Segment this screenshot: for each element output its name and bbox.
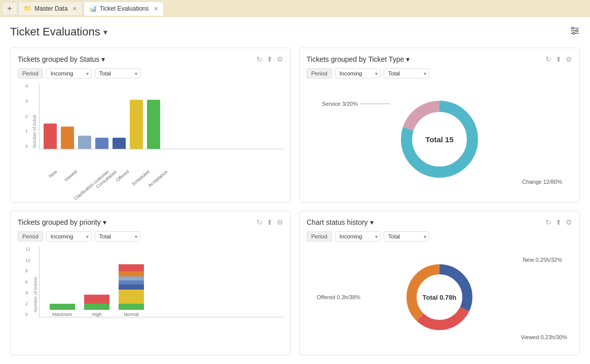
- widget-status-history: Chart status history ▾ ↻ ⬆ ⚙ Period Inco…: [299, 211, 580, 355]
- label-new-sh: New 0.25h/32%: [523, 257, 562, 263]
- tab-ticket-evaluations[interactable]: 📊 Ticket Evaluations ×: [84, 2, 164, 16]
- widget-status-header: Tickets grouped by Status ▾ ↻ ⬆ ⚙: [18, 55, 283, 63]
- filter-sh-incoming-select[interactable]: Incoming: [335, 231, 381, 241]
- dashboard-grid: Tickets grouped by Status ▾ ↻ ⬆ ⚙ Period…: [10, 48, 580, 355]
- widget-tt-filter[interactable]: ⚙: [566, 55, 572, 63]
- filter-tt-total-select[interactable]: Total: [384, 68, 429, 78]
- widget-ticket-type-actions: ↻ ⬆ ⚙: [545, 55, 572, 63]
- y-labels-status: 43210: [25, 84, 28, 149]
- svg-point-5: [573, 32, 575, 34]
- widget-priority-filters: Period Incoming Total: [18, 231, 283, 241]
- widget-status-history-title: Chart status history ▾: [307, 218, 374, 226]
- y-labels-priority: 121086420: [25, 247, 30, 317]
- filter-pr-incoming-select[interactable]: Incoming: [46, 231, 92, 241]
- filter-pr-period-label: Period: [18, 231, 43, 241]
- tab-ticket-evaluations-close[interactable]: ×: [154, 5, 158, 13]
- filter-tt-incoming-wrap[interactable]: Incoming: [335, 68, 381, 78]
- bar-scheduled: Scheduled: [130, 100, 143, 149]
- widget-sh-chevron[interactable]: ▾: [370, 218, 374, 226]
- widget-status-history-header: Chart status history ▾ ↻ ⬆ ⚙: [307, 218, 572, 226]
- bar-clarification: Clarification customer: [78, 136, 91, 149]
- page-title-chevron[interactable]: ▾: [103, 27, 107, 37]
- donut-status-history: Total 0.78h New 0.25h/32% Viewed 0.23h/3…: [307, 247, 572, 348]
- tab-master-data-label: Master Data: [34, 5, 67, 12]
- widget-priority: Tickets grouped by priority ▾ ↻ ⬆ ⚙ Peri…: [10, 211, 291, 355]
- y-axis-label-priority: Number of tickets: [33, 277, 38, 312]
- widget-status-actions: ↻ ⬆ ⚙: [256, 55, 283, 63]
- tab-ticket-evaluations-label: Ticket Evaluations: [100, 5, 149, 12]
- donut-center-sh: Total 0.78h: [423, 294, 457, 301]
- filter-total-wrap[interactable]: Total: [95, 68, 140, 78]
- tab-ticket-evaluations-icon: 📊: [89, 5, 97, 12]
- svg-point-3: [572, 27, 574, 29]
- filter-pr-total-wrap[interactable]: Total: [95, 231, 140, 241]
- filter-sh-period-label: Period: [307, 231, 332, 241]
- widget-priority-actions: ↻ ⬆ ⚙: [256, 218, 283, 226]
- donut-center-ticket-type: Total 15: [425, 135, 454, 144]
- bar-offered: Offered: [113, 138, 126, 149]
- y-axis-label-status: Number of ticket: [32, 115, 37, 148]
- widget-status-filters: Period Incoming Total: [18, 68, 283, 78]
- label-viewed-sh: Viewed 0.23h/30%: [521, 334, 567, 340]
- widget-pr-export[interactable]: ⬆: [267, 218, 273, 226]
- filter-pr-incoming-wrap[interactable]: Incoming: [46, 231, 92, 241]
- page-title: Ticket Evaluations ▾: [10, 25, 107, 38]
- filter-incoming-wrap[interactable]: Incoming: [46, 68, 92, 78]
- tab-master-data[interactable]: 📁 Master Data ×: [18, 2, 83, 16]
- filter-incoming-select[interactable]: Incoming: [46, 68, 92, 78]
- widget-ticket-type-header: Tickets grouped by Ticket Type ▾ ↻ ⬆ ⚙: [307, 55, 572, 63]
- widget-sh-filter[interactable]: ⚙: [566, 218, 572, 226]
- main-content: Ticket Evaluations ▾ Tickets grouped by …: [0, 17, 590, 364]
- tab-bar: + 📁 Master Data × 📊 Ticket Evaluations ×: [0, 0, 590, 17]
- widget-status-export[interactable]: ⬆: [267, 55, 273, 63]
- new-tab-button[interactable]: +: [2, 2, 17, 15]
- widget-ticket-type-chevron[interactable]: ▾: [406, 55, 410, 63]
- widget-status-filter[interactable]: ⚙: [277, 55, 283, 63]
- bar-new: New: [44, 124, 57, 149]
- widget-tt-filters: Period Incoming Total: [307, 68, 572, 78]
- tab-master-data-icon: 📁: [24, 5, 31, 12]
- widget-ticket-type-title: Tickets grouped by Ticket Type ▾: [307, 55, 410, 63]
- bar-consultation: Consultation: [95, 138, 108, 149]
- widget-status-title: Tickets grouped by Status ▾: [18, 55, 105, 63]
- widget-status: Tickets grouped by Status ▾ ↻ ⬆ ⚙ Period…: [10, 48, 291, 203]
- widget-priority-header: Tickets grouped by priority ▾ ↻ ⬆ ⚙: [18, 218, 283, 226]
- widget-sh-refresh[interactable]: ↻: [545, 218, 551, 226]
- widget-pr-refresh[interactable]: ↻: [256, 218, 263, 226]
- widget-status-refresh[interactable]: ↻: [256, 55, 263, 63]
- filter-sh-incoming-wrap[interactable]: Incoming: [335, 231, 381, 241]
- filter-pr-total-select[interactable]: Total: [95, 231, 140, 241]
- tab-master-data-close[interactable]: ×: [72, 5, 77, 13]
- widget-priority-chevron[interactable]: ▾: [103, 218, 106, 226]
- filter-sh-total-wrap[interactable]: Total: [384, 231, 429, 241]
- widget-pr-filter[interactable]: ⚙: [277, 218, 283, 226]
- bar-acceptance: Acceptance: [147, 100, 160, 149]
- widget-status-chevron[interactable]: ▾: [101, 55, 105, 63]
- widget-sh-actions: ↻ ⬆ ⚙: [545, 218, 572, 226]
- priority-group-normal: Normal: [119, 264, 144, 317]
- filter-tt-period-label: Period: [307, 68, 332, 78]
- svg-point-4: [576, 29, 578, 31]
- page-header: Ticket Evaluations ▾: [10, 25, 580, 38]
- bar-viewed: Viewed: [61, 127, 74, 149]
- widget-ticket-type: Tickets grouped by Ticket Type ▾ ↻ ⬆ ⚙ P…: [299, 48, 580, 203]
- widget-sh-filters: Period Incoming Total: [307, 231, 572, 241]
- widget-tt-refresh[interactable]: ↻: [545, 55, 551, 63]
- widget-sh-export[interactable]: ⬆: [556, 218, 562, 226]
- label-service: Service 3/20%: [322, 99, 390, 109]
- page-settings-icon[interactable]: [570, 26, 580, 38]
- status-bar-chart: 43210 New Viewed Clarification customer: [39, 84, 283, 149]
- priority-group-high: High: [84, 295, 109, 317]
- priority-bar-chart: 121086420 Maximum: [39, 247, 283, 317]
- donut-ticket-type: Total 15 Service 3/20% Change 12/80%: [307, 84, 572, 195]
- widget-priority-title: Tickets grouped by priority ▾: [18, 218, 106, 226]
- widget-tt-export[interactable]: ⬆: [556, 55, 562, 63]
- filter-tt-incoming-select[interactable]: Incoming: [335, 68, 381, 78]
- filter-period-label: Period: [18, 68, 43, 78]
- priority-group-maximum: Maximum: [50, 304, 75, 317]
- label-offered-sh: Offered 0.3h/38%: [317, 294, 360, 300]
- filter-sh-total-select[interactable]: Total: [384, 231, 429, 241]
- label-change: Change 12/80%: [522, 179, 562, 185]
- filter-total-select[interactable]: Total: [95, 68, 140, 78]
- filter-tt-total-wrap[interactable]: Total: [384, 68, 429, 78]
